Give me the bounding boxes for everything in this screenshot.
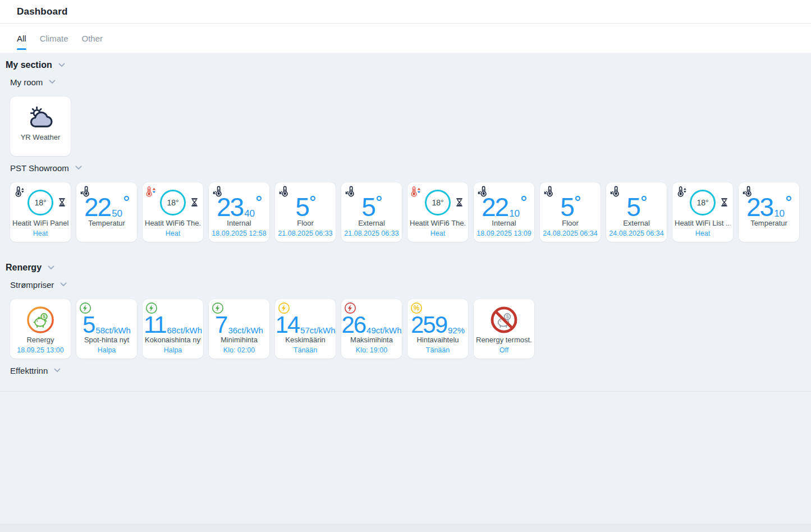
measurement-card[interactable]: 2340Internal18.09.2025 12:58 [209, 182, 269, 242]
card-grid: 18°Heatit WiFi Panel...Heat2250Temperatu… [0, 182, 811, 242]
card-grid: YR Weather [0, 97, 811, 156]
page-title: Dashboard [17, 6, 68, 17]
section-header-renergy[interactable]: Renergy [0, 262, 811, 273]
chevron-down-icon[interactable] [74, 163, 83, 172]
card-value: 1457ct/kWh [275, 313, 336, 337]
card-status: Klo: 19:00 [342, 346, 401, 354]
measurement-card[interactable]: 5Floor21.08.2025 06:33 [275, 182, 336, 242]
card-value: 2310 [739, 194, 799, 220]
card-label: YR Weather [12, 133, 68, 141]
measurement-card[interactable]: 2250Temperatur [76, 182, 137, 242]
card-label: Heatit WiFi6 The... [410, 219, 466, 227]
value-integer: 5 [83, 313, 94, 337]
value-integer: 22 [84, 194, 111, 220]
logo-card[interactable]: $Renergy18.09.25 13:00 [10, 299, 71, 359]
tab-all[interactable]: All [17, 24, 26, 53]
value-integer: 23 [217, 194, 243, 220]
card-value: 2340 [209, 194, 269, 220]
price-card[interactable]: 2649ct/kWhMaksimihintaKlo: 19:00 [341, 299, 402, 359]
thermostat-card[interactable]: 18°Heatit WiFi6 The...Heat [407, 182, 468, 242]
degree-symbol [786, 196, 791, 201]
measurement-card[interactable]: 2210Internal18.09.2025 13:09 [474, 182, 534, 242]
card-label: Renergy termost... [476, 336, 532, 344]
value-fraction: 10 [509, 209, 520, 218]
card-status: Tänään [276, 346, 335, 354]
card-status: Halpa [144, 346, 202, 354]
chevron-down-icon[interactable] [59, 280, 68, 289]
hourglass-icon [190, 198, 199, 207]
value-integer: 22 [482, 194, 508, 220]
group-my-room: My room YR Weather [0, 77, 811, 156]
hourglass-icon [57, 198, 67, 207]
card-status: Halpa [77, 346, 136, 354]
card-label: Renergy [12, 336, 68, 344]
measurement-card[interactable]: 5Floor24.08.2025 06:34 [540, 182, 601, 242]
value-integer: 26 [341, 313, 365, 337]
price-card[interactable]: 558ct/kWhSpot-hinta nytHalpa [76, 299, 137, 359]
group-header-effekttrinn[interactable]: Effekttrinn [0, 365, 811, 375]
card-label: Floor [542, 219, 598, 227]
section-renergy: Renergy Strømpriser $Renergy18.09.25 13:… [0, 262, 811, 385]
group-header-pst-showroom[interactable]: PST Showroom [0, 163, 811, 173]
weather-card[interactable]: YR Weather [10, 97, 71, 156]
chevron-down-icon[interactable] [57, 61, 66, 70]
card-status: Klo: 02:00 [210, 346, 268, 354]
tab-other[interactable]: Other [82, 24, 103, 53]
card-label: Heatit WiFi Panel... [12, 219, 68, 227]
piggy-bank-off-icon: $ [489, 305, 519, 334]
chevron-down-icon[interactable] [53, 366, 62, 375]
measurement-card[interactable]: 2310Temperatur [739, 182, 799, 242]
group-title-text: My room [10, 77, 43, 87]
group-header-strompriser[interactable]: Strømpriser [0, 279, 811, 290]
card-value: 2210 [474, 194, 534, 220]
price-card[interactable]: %25992%HintavaihteluTänään [407, 299, 468, 359]
price-card[interactable]: 1168ct/kWhKokonaishinta nytHalpa [143, 299, 203, 359]
logo-off-card[interactable]: $Renergy termost...Off [474, 299, 534, 359]
card-status: 24.08.2025 06:34 [541, 230, 599, 237]
thermostat-card[interactable]: 18°Heatit WiFi Panel...Heat [10, 182, 71, 242]
card-label: Hintavaihtelu [410, 336, 466, 344]
measurement-card[interactable]: 5External21.08.2025 06:33 [341, 182, 402, 242]
card-label: Keskimäärin [277, 336, 333, 344]
group-effekttrinn: Effekttrinn [0, 365, 811, 385]
card-label: Temperatur [79, 219, 135, 227]
group-title-text: PST Showroom [10, 163, 69, 173]
section-header-my-section[interactable]: My section [0, 59, 811, 70]
price-card[interactable]: 1457ct/kWhKeskimäärinTänään [275, 299, 336, 359]
tab-climate[interactable]: Climate [40, 24, 68, 53]
card-status: Heat [673, 230, 732, 237]
card-status: Heat [11, 230, 70, 237]
group-header-my-room[interactable]: My room [0, 77, 811, 87]
card-label: Minimihinta [211, 336, 267, 344]
card-value: 5 [540, 194, 601, 220]
card-label: Internal [211, 219, 267, 227]
value-integer: 14 [275, 313, 299, 337]
value-fraction: 10 [774, 209, 785, 218]
card-value: 558ct/kWh [76, 313, 137, 337]
price-card[interactable]: 736ct/kWhMinimihintaKlo: 02:00 [209, 299, 269, 359]
hourglass-icon [455, 198, 464, 207]
thermostat-card[interactable]: 18°Heatit WiFi6 The...Heat [143, 182, 203, 242]
card-label: Heatit WiFi List ... [675, 219, 731, 227]
card-status: Heat [409, 230, 467, 237]
thermostat-card[interactable]: 18°Heatit WiFi List ...Heat [672, 182, 733, 242]
value-integer: 7 [215, 313, 227, 337]
section-divider [0, 391, 811, 392]
card-label: Internal [476, 219, 532, 227]
section-my-section: My section My room YR Weather PST Showro… [0, 59, 811, 242]
setpoint-ring: 18° [28, 190, 53, 215]
svg-text:$: $ [43, 314, 45, 319]
chevron-down-icon[interactable] [48, 77, 57, 86]
value-fraction: 49ct/kWh [366, 326, 402, 334]
tab-bar: All Climate Other [0, 24, 811, 53]
measurement-card[interactable]: 5External24.08.2025 06:34 [606, 182, 667, 242]
card-status: 24.08.2025 06:34 [607, 230, 666, 237]
card-status: 21.08.2025 06:33 [276, 230, 335, 237]
chevron-down-icon[interactable] [47, 263, 56, 272]
setpoint-ring: 18° [160, 190, 186, 215]
group-strompriser: Strømpriser $Renergy18.09.25 13:00558ct/… [0, 279, 811, 359]
card-value: 5 [341, 194, 402, 220]
setpoint-ring: 18° [425, 190, 451, 215]
value-fraction: 50 [112, 209, 122, 218]
card-status: Tänään [409, 346, 467, 354]
